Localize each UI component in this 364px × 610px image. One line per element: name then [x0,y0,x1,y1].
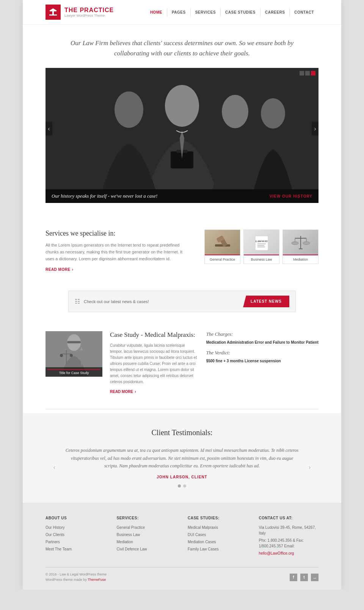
case-study-meta: The Charges: Medication Administration E… [206,331,318,368]
verdict-label: The Verdict: [206,350,318,356]
footer-copyright: © 2016 - Law & Legal WordPress theme Wor… [46,572,107,582]
news-bar-text: Check out our latest news & cases! [84,299,149,304]
logo-text: THE PRACTICE Lawyer WordPress Theme [64,6,114,18]
footer-email[interactable]: hello@LawOffice.org [259,550,319,556]
testimonial-dot-2[interactable] [183,484,186,487]
svg-rect-14 [255,236,268,250]
testimonial-dot-1[interactable] [178,484,181,487]
svg-point-31 [70,354,73,357]
case-study-read-more[interactable]: READ MORE › [110,390,199,394]
svg-rect-18 [257,247,265,247]
footer: ABOUT US Our History Our Clients Partner… [23,503,341,590]
service-label-general: General Practice [205,255,240,264]
svg-rect-34 [67,341,81,343]
svg-rect-0 [49,14,57,16]
svg-point-4 [165,85,199,127]
footer-social: f t ⎵ [290,574,318,581]
footer-about-heading: ABOUT US [46,516,105,520]
footer-contact-heading: CONTACT US AT: [259,516,319,520]
case-study-caption: Title for Case Study [46,367,102,377]
slider-dot-1[interactable] [300,71,304,75]
case-img-bar [47,369,100,370]
case-study-image: Title for Case Study [46,331,102,377]
svg-rect-17 [257,245,264,246]
svg-rect-16 [257,244,266,244]
footer-about-team[interactable]: Meet The Team [46,546,105,552]
footer-contact: CONTACT US AT: Via Ludovisi 39-45, Rome,… [259,516,319,558]
testimonial-next[interactable]: › [308,463,311,472]
slider: › ‹ Our history speaks for itself - we'v… [46,68,318,203]
footer-about-clients[interactable]: Our Clients [46,532,105,538]
hero-quote-section: Our Law Firm believes that clients' succ… [23,25,341,68]
slider-image: › ‹ [46,68,318,189]
slider-next[interactable]: › [312,122,318,136]
svg-point-24 [303,242,310,245]
logo-title: THE PRACTICE [64,6,114,14]
nav-services[interactable]: SERVICES [191,8,221,17]
news-bar: ☷ Check out our latest news & cases! LAT… [68,291,296,312]
svg-point-6 [222,95,248,128]
nav-case-studies[interactable]: CASE STUDIES [221,8,260,17]
footer-case-medical[interactable]: Medical Malpraxis [188,525,248,530]
nav-careers[interactable]: CAREERS [260,8,290,17]
svg-point-7 [261,98,285,129]
footer-svc-business[interactable]: Business Law [117,532,177,538]
footer-bottom: © 2016 - Law & Legal WordPress theme Wor… [46,567,318,582]
footer-about-history[interactable]: Our History [46,525,105,530]
service-card-mediation[interactable]: Mediation [282,230,318,264]
service-img-business: LAWSUIT [244,230,279,255]
services-section: Services we specialise in: All the Lorem… [23,218,341,287]
testimonial-quote: Ceteros posidonium argumentum sea at, te… [64,446,300,470]
nav-pages[interactable]: PAGES [167,8,191,17]
header: THE PRACTICE Lawyer WordPress Theme HOME… [23,0,341,25]
verdict-text: $500 fine + 3 months License suspension [206,358,318,364]
footer-copy2: WordPress theme made by ThemeFuse [46,577,107,583]
svg-point-23 [292,242,298,245]
slider-dot-3[interactable] [311,71,315,75]
footer-phone: Phx: 1.800.245.356 & Fax: 1/800.245.357 … [259,538,319,549]
twitter-icon[interactable]: t [300,574,308,581]
slider-dot-2[interactable] [305,71,310,75]
footer-svc-general[interactable]: General Practice [117,525,177,530]
service-card-business[interactable]: LAWSUIT Business Law [243,230,279,264]
footer-case-mediation[interactable]: Mediation Cases [188,539,248,545]
testimonial-author: JOHN LARSON, CLIENT [64,475,300,479]
footer-columns: ABOUT US Our History Our Clients Partner… [46,516,318,558]
service-img-mediation [283,230,318,255]
services-read-more[interactable]: READ MORE › [46,267,189,272]
slider-controls [300,71,315,75]
slider-caption-text: Our history speaks for itself - we've ne… [52,193,157,199]
testimonials-section: Client Testimonials: ‹ Ceteros posidoniu… [23,413,341,503]
case-study-body: Curabitur vulputate, ligula lacinia scel… [110,343,199,385]
rss-icon[interactable]: ⎵ [311,574,318,581]
facebook-icon[interactable]: f [290,574,297,581]
footer-about: ABOUT US Our History Our Clients Partner… [46,516,105,558]
case-study-content: Case Study - Medical Malpraxis: Curabitu… [110,331,199,394]
testimonial-prev[interactable]: ‹ [53,463,56,472]
slider-prev[interactable]: ‹ [46,122,52,136]
service-img-general [205,230,240,255]
nav-contact[interactable]: CONTACT [290,8,318,17]
svg-text:LAWSUIT: LAWSUIT [255,240,268,243]
footer-case-family[interactable]: Family Law Cases [188,546,248,552]
testimonials-heading: Client Testimonials: [53,428,311,437]
svg-rect-2 [50,11,56,11]
footer-svc-civil[interactable]: Civil Defence Law [117,546,177,552]
service-label-mediation: Mediation [283,255,318,264]
latest-news-button[interactable]: LATEST NEWS [243,296,289,307]
testimonial-dots [64,484,300,487]
footer-case-dui[interactable]: DUI Cases [188,532,248,538]
charges-text: Medication Administration Error and Fail… [206,340,318,345]
svg-point-5 [115,91,143,128]
footer-svc-mediation[interactable]: Mediation [117,539,177,545]
service-card-general[interactable]: General Practice [204,230,240,264]
services-description: All the Lorem Ipsum generators on the In… [46,242,189,262]
footer-services: SERVICES: General Practice Business Law … [117,516,177,558]
services-text: Services we specialise in: All the Lorem… [46,230,189,272]
nav-home[interactable]: HOME [146,8,167,17]
slider-caption-link[interactable]: VIEW OUR HISTORY [270,194,312,198]
case-study-heading: Case Study - Medical Malpraxis: [110,331,199,339]
slider-section: › ‹ Our history speaks for itself - we'v… [23,68,341,218]
hero-quote-text: Our Law Firm believes that clients' succ… [61,38,303,58]
footer-about-partners[interactable]: Partners [46,539,105,545]
